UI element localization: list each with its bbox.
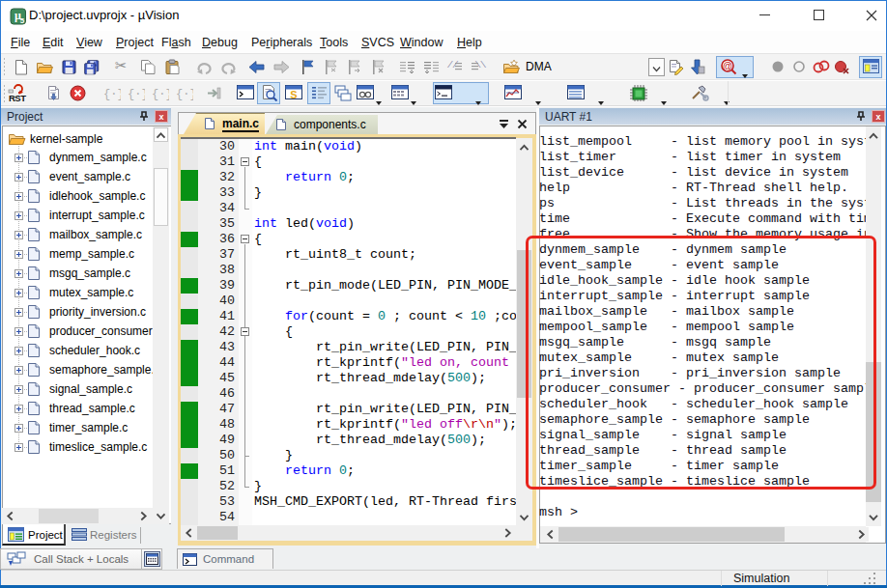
- svg-text:{·}: {·}: [128, 88, 145, 101]
- svg-text:{·}: {·}: [176, 88, 193, 101]
- svg-text:S: S: [290, 89, 297, 100]
- svg-text:{·}: {·}: [103, 88, 121, 101]
- svg-text:{·}: {·}: [152, 88, 169, 101]
- svg-text:RST: RST: [9, 93, 26, 103]
- svg-text:@: @: [723, 61, 732, 71]
- svg-text:5: 5: [20, 16, 25, 25]
